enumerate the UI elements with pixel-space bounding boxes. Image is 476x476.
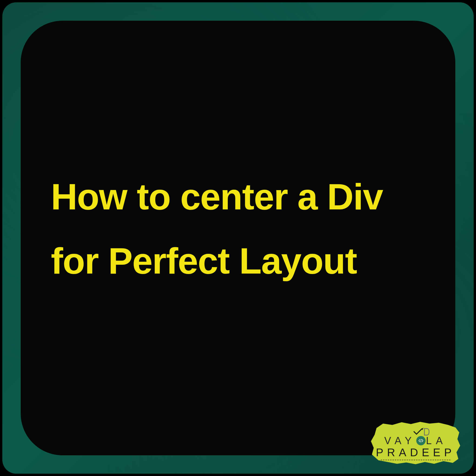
author-badge: VAY LA PRADEEP xyxy=(369,420,462,467)
card-title: How to center a Div for Perfect Layout xyxy=(51,165,425,293)
badge-underline xyxy=(381,460,450,460)
badge-text-part2: LA xyxy=(426,435,447,446)
badge-text-part1: VAY xyxy=(384,435,416,446)
badge-name-top: VAY LA xyxy=(384,435,447,446)
badge-shape: VAY LA PRADEEP xyxy=(369,421,462,466)
outer-frame: How to center a Div for Perfect Layout V… xyxy=(2,2,474,474)
badge-name-bottom: PRADEEP xyxy=(376,446,455,459)
badge-vp-icon xyxy=(413,427,429,437)
code-brackets-icon xyxy=(416,436,425,445)
content-card: How to center a Div for Perfect Layout xyxy=(21,21,455,455)
